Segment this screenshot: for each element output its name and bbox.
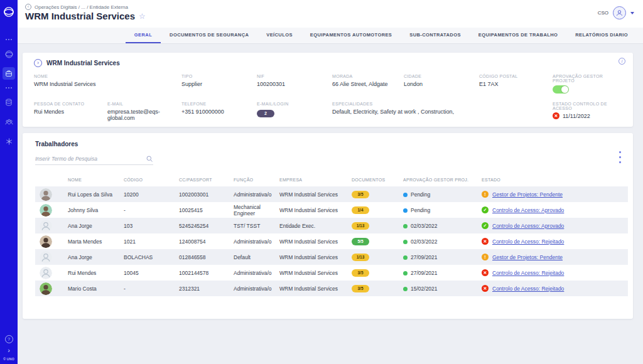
approval-dot-icon [403,208,408,213]
user-menu-caret-icon[interactable] [630,12,634,14]
documents-count-badge[interactable]: 1/13 [352,222,369,230]
table-row[interactable]: Marta Mendes1021124008754Administrativa/… [35,233,628,249]
table-row[interactable]: Ana JorgeBOLACHAS012846558DefaultWRM Ind… [35,249,628,265]
column-header-documentos: DOCUMENTOS [352,178,403,182]
status-rejected-icon: ✕ [482,269,489,276]
approval-dot-icon [403,255,408,260]
favorite-star-icon[interactable]: ☆ [139,12,146,21]
field-nif: NIF 100200301 [257,74,332,94]
breadcrumb[interactable]: Operações Digitais / ... / Entidade Exte… [35,4,128,10]
table-row[interactable]: Johnny Silva-10025415Mechanical Engineer… [35,202,628,218]
main-content: › WRM Industrial Services i NOME WRM Ind… [18,44,643,364]
status-approved-icon: ✓ [482,222,489,229]
workers-card: Trabalhadores NOMECÓDIGOCC/PASSPORTFUNÇÃ… [23,133,633,319]
entity-card-title: WRM Industrial Services [46,60,120,67]
table-options-menu-icon[interactable] [617,149,623,165]
documents-count-badge[interactable]: 1/4 [352,206,369,214]
worker-company: Entidade Exec. [279,223,352,229]
documents-count-badge[interactable]: 3/5 [352,285,369,292]
documents-count-badge[interactable]: 1/13 [352,254,369,261]
worker-status-link[interactable]: Controlo de Acesso: Rejeitado [492,238,564,245]
collapse-chevron-icon[interactable]: › [34,59,42,67]
page-title: WRM Industrial Services [25,11,135,21]
approval-status: Pending [403,191,482,198]
worker-name: Ana Jorge [68,254,124,260]
worker-avatar [40,235,52,248]
field-cidade: CIDADE London [404,74,479,94]
top-bar: ‹ Operações Digitais / ... / Entidade Ex… [18,0,643,28]
worker-status-link[interactable]: Controlo de Acesso: Aprovado [492,223,564,229]
column-header-aprovacao-gestor-proj-: APROVAÇÃO GESTOR PROJ. [403,178,482,182]
worker-cc-passport: 012846558 [179,254,234,260]
worker-role: Default [234,254,279,260]
worker-cc-passport: 124008754 [179,238,234,245]
worker-avatar [40,267,52,279]
column-header-funcao: FUNÇÃO [234,178,279,182]
back-icon[interactable]: ‹ [25,4,31,10]
tab-veiculos[interactable]: VEÍCULOS [257,28,301,43]
approval-status: 15/02/2021 [403,286,482,292]
approval-dot-icon [403,224,408,228]
table-row[interactable]: Rui Lopes da Silva102001002003001Adminis… [35,186,628,202]
worker-role: Administrativa/o [234,286,279,292]
worker-avatar [40,220,52,232]
field-especialidades: ESPECIALIDADES Default, Electricity, Saf… [332,102,553,121]
app-logo-icon[interactable] [3,6,15,21]
approval-status: 02/03/2022 [403,223,482,229]
table-row[interactable]: Rui Mendes100451002144578Administrativa/… [35,265,628,281]
approval-dot-icon [403,271,408,276]
approval-status: Pending [403,207,482,213]
tab-equipamentos-automotores[interactable]: EQUIPAMENTOS AUTOMOTORES [301,28,401,43]
tab-geral[interactable]: GERAL [126,28,161,43]
worker-code: - [124,207,179,213]
worker-code: 10200 [124,191,179,198]
sidebar-item-documents-icon[interactable] [3,67,15,80]
approval-dot-icon [403,240,408,244]
worker-code: BOLACHAS [124,254,179,260]
worker-name: Mario Costa [68,286,124,292]
worker-name: Ana Jorge [68,223,124,229]
project-manager-approval-toggle[interactable] [553,85,569,94]
table-row[interactable]: Mario Costa-2312321Administrativa/oWRM I… [35,281,628,296]
tab-bar: GERALDOCUMENTOS DE SEGURANÇAVEÍCULOSEQUI… [18,28,643,44]
worker-status-link[interactable]: Controlo de Acesso: Rejeitado [492,270,564,276]
field-estado-controlo-acesso: ESTADO CONTROLO DE ACESSO ✕ 11/11/2022 [553,102,622,121]
field-tipo: TIPO Supplier [181,74,257,94]
worker-name: Johnny Silva [68,207,124,213]
tab-relatorios-diario[interactable]: RELATÓRIOS DIARIO [566,28,637,43]
info-icon[interactable]: i [619,58,625,65]
sidebar-item-database-icon[interactable] [3,96,15,109]
approval-status: 27/09/2021 [403,270,482,276]
tab-sub-contratados[interactable]: SUB-CONTRATADOS [401,28,470,43]
worker-code: 1021 [124,238,179,245]
documents-count-badge[interactable]: 3/5 [352,191,369,198]
worker-company: WRM Industrial Services [279,207,352,213]
tab-equipamentos-de-trabalho[interactable]: EQUIPAMENTOS DE TRABALHO [470,28,566,43]
worker-cc-passport: 5245245254 [179,223,234,229]
help-icon[interactable]: ? [5,335,13,343]
worker-search-input[interactable] [35,156,146,162]
worker-name: Marta Mendes [68,238,124,245]
tab-documentos-de-seguranca[interactable]: DOCUMENTOS DE SEGURANÇA [161,28,257,43]
user-avatar[interactable] [613,6,626,19]
sidebar-item-modules-icon[interactable] [3,135,15,147]
field-codigo-postal: CÓDIGO POSTAL E1 7AX [479,74,553,94]
search-icon[interactable] [146,155,153,163]
sidebar-item-team-icon[interactable] [3,115,15,128]
approval-status: 27/09/2021 [403,254,482,260]
table-row[interactable]: Ana Jorge1035245245254TST/ TSSTEntidade … [35,218,628,233]
column-header-cc-passport: CC/PASSPORT [179,178,234,182]
expand-sidebar-icon[interactable]: › [8,347,10,353]
worker-status-link[interactable]: Gestor de Projetos: Pendente [492,254,563,260]
worker-avatar [40,282,52,295]
worker-status-link[interactable]: Controlo de Acesso: Aprovado [492,207,564,213]
documents-count-badge[interactable]: 3/5 [352,269,369,277]
ellipsis-divider-icon [6,39,12,40]
email-login-count-badge[interactable]: 2 [257,110,274,117]
column-header-estado: ESTADO [482,178,628,182]
field-nome: NOME WRM Industrial Services [34,74,181,94]
worker-status-link[interactable]: Controlo de Acesso: Rejeitado [492,286,564,292]
sidebar-item-brand-icon[interactable] [3,48,15,60]
worker-status-link[interactable]: Gestor de Projetos: Pendente [492,191,563,198]
documents-count-badge[interactable]: 5/5 [352,238,369,245]
